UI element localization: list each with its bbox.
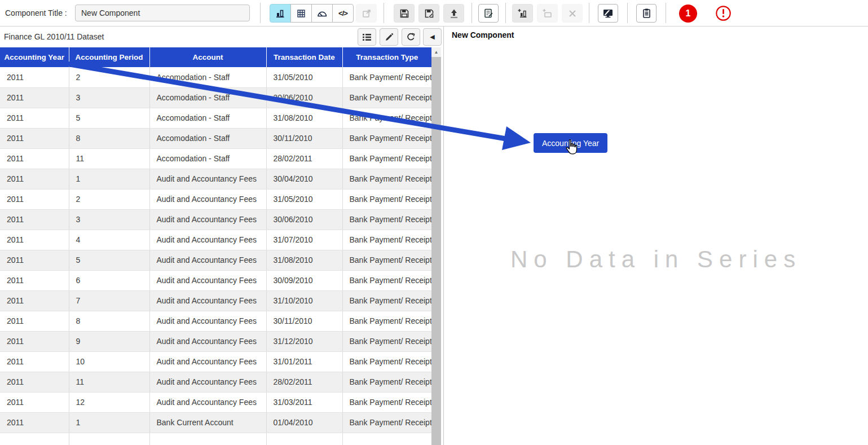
table-cell: 2 (69, 189, 149, 209)
toolbar-separator (260, 3, 261, 23)
edit-document-icon (483, 8, 494, 19)
component-title-input[interactable] (75, 5, 250, 21)
table-cell: Accomodation - Staff (149, 128, 266, 148)
table-cell: 28/02/2011 (266, 148, 342, 169)
table-cell: Bank Current Account (149, 412, 266, 433)
toolbar-separator (666, 3, 666, 23)
no-data-watermark: No Data in Series (510, 246, 801, 273)
table-cell: Bank Payment/ Receipt (342, 209, 431, 230)
table-row: 20119Audit and Accountancy Fees31/12/201… (0, 331, 431, 351)
table-row: 20116Audit and Accountancy Fees30/09/201… (0, 270, 431, 290)
table-cell: Bank Payment/ Receipt (342, 148, 431, 169)
table-cell: 2 (69, 67, 149, 87)
scroll-up-icon[interactable]: ▲ (431, 47, 441, 57)
table-row: 201112Audit and Accountancy Fees31/03/20… (0, 392, 431, 412)
table-cell: 28/02/2011 (266, 372, 342, 392)
column-header-transaction-date[interactable]: Transaction Date (266, 47, 342, 67)
table-cell: 4 (69, 230, 149, 250)
table-cell: Audit and Accountancy Fees (149, 169, 266, 189)
save-icon (399, 8, 409, 19)
monitor-icon (602, 8, 614, 19)
table-cell: Bank Payment/ Receipt (342, 372, 431, 392)
table-cell: Audit and Accountancy Fees (149, 189, 266, 209)
column-header-accounting-period[interactable]: Accounting Period (69, 47, 149, 67)
bar-chart-icon (275, 8, 285, 19)
save-as-button[interactable] (418, 4, 439, 23)
collapse-panel-button[interactable]: ◀ (423, 28, 442, 46)
chart-type-bar-button[interactable] (270, 4, 291, 23)
table-cell: 2011 (0, 87, 69, 108)
table-cell: 6 (69, 270, 149, 290)
table-cell: 7 (69, 290, 149, 311)
dragged-field-chip[interactable]: Accounting Year (534, 133, 607, 153)
chart-type-table-button[interactable] (290, 4, 312, 23)
canvas-component-title: New Component (452, 30, 514, 39)
preview-monitor-button[interactable] (598, 4, 618, 23)
code-icon: </> (338, 9, 347, 17)
table-cell: 30/09/2010 (266, 270, 342, 290)
table-cell: Bank Payment/ Receipt (342, 392, 431, 412)
table-cell: 2011 (0, 290, 69, 311)
add-series-button[interactable] (512, 4, 533, 23)
scrollbar-thumb[interactable] (431, 57, 441, 445)
notification-count: 1 (686, 8, 691, 19)
notification-badge[interactable]: 1 (679, 5, 697, 23)
alert-button[interactable] (714, 4, 732, 23)
table-cell: 2011 (0, 392, 69, 412)
upload-button[interactable] (443, 4, 464, 23)
table-header-row: Accounting Year Accounting Period Accoun… (0, 47, 431, 67)
table-cell: 31/10/2010 (266, 290, 342, 311)
table-cell: Audit and Accountancy Fees (149, 392, 266, 412)
chart-type-gauge-button[interactable] (311, 4, 333, 23)
add-target-button (537, 4, 558, 23)
collapse-left-icon: ◀ (430, 33, 434, 41)
open-external-button (356, 4, 377, 23)
table-cell: 31/03/2011 (266, 392, 342, 412)
table-cell: 31/08/2010 (266, 250, 342, 270)
table-cell: 31/05/2010 (266, 67, 342, 87)
chart-type-code-button[interactable]: </> (332, 4, 354, 23)
table-cell (342, 433, 431, 445)
table-cell: Bank Payment/ Receipt (342, 128, 431, 148)
table-row: 20112Audit and Accountancy Fees31/05/201… (0, 189, 431, 209)
edit-dataset-button[interactable] (380, 28, 398, 46)
table-cell: Bank Payment/ Receipt (342, 169, 431, 189)
clipboard-button[interactable] (636, 4, 656, 23)
table-cell: 31/12/2010 (266, 331, 342, 351)
table-cell: 5 (69, 250, 149, 270)
edit-details-button[interactable] (478, 4, 499, 23)
table-cell: 11 (69, 148, 149, 169)
table-cell: 2011 (0, 311, 69, 331)
table-cell: 31/08/2010 (266, 108, 342, 128)
field-list-button[interactable] (358, 28, 376, 46)
table-row: 20111Audit and Accountancy Fees30/04/201… (0, 169, 431, 189)
table-cell: 2011 (0, 209, 69, 230)
table-cell: Audit and Accountancy Fees (149, 351, 266, 372)
table-cell: 2011 (0, 128, 69, 148)
refresh-dataset-button[interactable] (402, 28, 420, 46)
open-external-icon (362, 8, 372, 19)
table-vertical-scrollbar[interactable]: ▲ (431, 47, 441, 445)
table-cell: 31/05/2010 (266, 189, 342, 209)
column-header-transaction-type[interactable]: Transaction Type (342, 47, 431, 67)
save-button[interactable] (394, 4, 415, 23)
table-cell: 2011 (0, 67, 69, 87)
column-header-accounting-year[interactable]: Accounting Year (0, 47, 69, 67)
table-cell: Audit and Accountancy Fees (149, 290, 266, 311)
table-cell: 3 (69, 87, 149, 108)
table-cell: Bank Payment/ Receipt (342, 331, 431, 351)
table-cell: Audit and Accountancy Fees (149, 331, 266, 351)
table-cell: Accomodation - Staff (149, 67, 266, 87)
table-cell: Bank Payment/ Receipt (342, 250, 431, 270)
table-cell: 2011 (0, 331, 69, 351)
table-row (0, 433, 431, 445)
save-as-icon (424, 8, 434, 19)
refresh-icon (406, 32, 416, 42)
column-header-account[interactable]: Account (149, 47, 266, 67)
table-row: 20113Audit and Accountancy Fees30/06/201… (0, 209, 431, 230)
table-cell: 30/11/2010 (266, 128, 342, 148)
top-toolbar: Component Title : </> (0, 0, 868, 27)
table-cell: 2011 (0, 270, 69, 290)
table-cell: Bank Payment/ Receipt (342, 189, 431, 209)
table-cell: 2011 (0, 230, 69, 250)
